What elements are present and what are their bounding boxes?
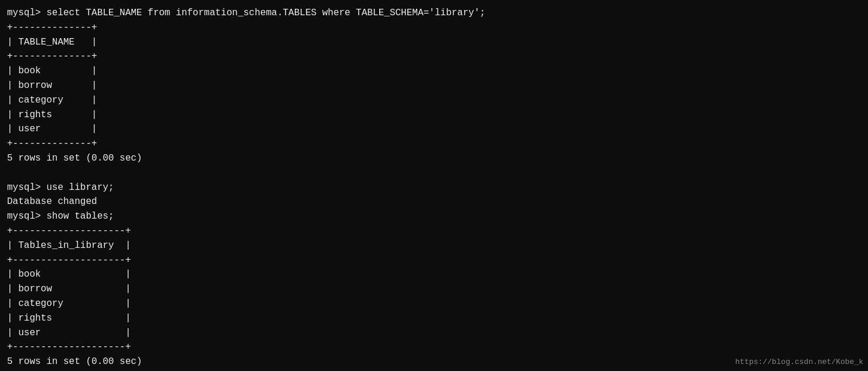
terminal-output: mysql> select TABLE_NAME from informatio… <box>7 6 861 369</box>
watermark: https://blog.csdn.net/Kobe_k <box>736 358 863 366</box>
